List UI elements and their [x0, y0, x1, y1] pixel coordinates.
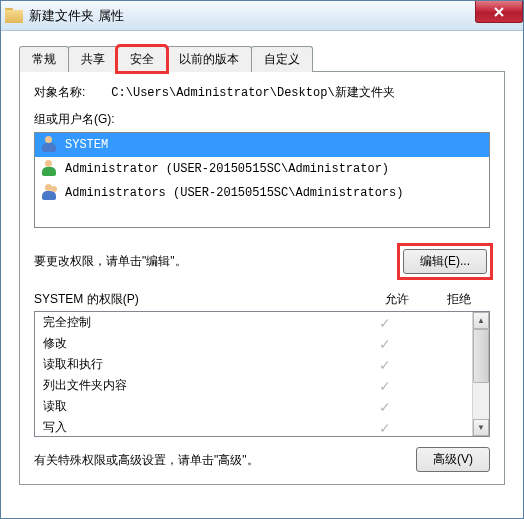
scroll-up-button[interactable]: ▲ — [473, 312, 489, 329]
permissions-subject: SYSTEM 的权限(P) — [34, 291, 366, 308]
check-icon: ✓ — [356, 399, 414, 415]
window-title: 新建文件夹 属性 — [29, 7, 124, 25]
scroll-thumb[interactable] — [473, 329, 489, 383]
edit-hint-text: 要更改权限，请单击"编辑"。 — [34, 253, 187, 270]
groups-label: 组或用户名(G): — [34, 111, 490, 128]
tab-sharing[interactable]: 共享 — [68, 46, 118, 72]
tab-custom[interactable]: 自定义 — [251, 46, 313, 72]
edit-row: 要更改权限，请单击"编辑"。 编辑(E)... — [34, 246, 490, 277]
object-label: 对象名称: — [34, 84, 85, 101]
tab-security[interactable]: 安全 — [117, 46, 167, 72]
check-icon: ✓ — [356, 336, 414, 352]
permission-name: 读取 — [43, 398, 356, 415]
column-deny: 拒绝 — [428, 291, 490, 308]
permission-name: 列出文件夹内容 — [43, 377, 356, 394]
permission-row: 列出文件夹内容 ✓ — [35, 375, 472, 396]
column-allow: 允许 — [366, 291, 428, 308]
advanced-button[interactable]: 高级(V) — [416, 447, 490, 472]
permissions-list[interactable]: 完全控制 ✓ 修改 ✓ 读取和执行 ✓ 列出文 — [35, 312, 472, 436]
permission-row: 写入 ✓ — [35, 417, 472, 436]
list-item[interactable]: Administrator (USER-20150515SC\Administr… — [35, 157, 489, 181]
groups-listbox[interactable]: SYSTEM Administrator (USER-20150515SC\Ad… — [34, 132, 490, 228]
permission-name: 读取和执行 — [43, 356, 356, 373]
check-icon: ✓ — [356, 378, 414, 394]
scrollbar[interactable]: ▲ ▼ — [472, 312, 489, 436]
list-item[interactable]: Administrators (USER-20150515SC\Administ… — [35, 181, 489, 205]
scroll-track[interactable] — [473, 329, 489, 419]
tab-general[interactable]: 常规 — [19, 46, 69, 72]
permissions-header: SYSTEM 的权限(P) 允许 拒绝 — [34, 291, 490, 308]
tab-previous-versions[interactable]: 以前的版本 — [166, 46, 252, 72]
titlebar: 新建文件夹 属性 — [1, 1, 523, 31]
edit-button-highlight: 编辑(E)... — [400, 246, 490, 277]
folder-icon — [5, 8, 23, 23]
security-panel: 对象名称: C:\Users\Administrator\Desktop\新建文… — [19, 72, 505, 485]
close-button[interactable] — [475, 1, 523, 23]
user-icon — [41, 136, 59, 154]
permission-name: 完全控制 — [43, 314, 356, 331]
content-area: 常规 共享 安全 以前的版本 自定义 对象名称: C:\Users\Admini… — [1, 31, 523, 493]
permission-name: 修改 — [43, 335, 356, 352]
edit-button[interactable]: 编辑(E)... — [403, 249, 487, 274]
list-item-label: Administrator (USER-20150515SC\Administr… — [65, 162, 389, 176]
permission-row: 修改 ✓ — [35, 333, 472, 354]
advanced-hint-text: 有关特殊权限或高级设置，请单击"高级"。 — [34, 451, 259, 469]
advanced-row: 有关特殊权限或高级设置，请单击"高级"。 高级(V) — [34, 447, 490, 472]
check-icon: ✓ — [356, 315, 414, 331]
permission-name: 写入 — [43, 419, 356, 436]
list-item[interactable]: SYSTEM — [35, 133, 489, 157]
object-row: 对象名称: C:\Users\Administrator\Desktop\新建文… — [34, 84, 490, 101]
list-item-label: SYSTEM — [65, 138, 108, 152]
arrow-up-icon: ▲ — [477, 316, 485, 325]
object-path: C:\Users\Administrator\Desktop\新建文件夹 — [111, 84, 394, 101]
tab-strip: 常规 共享 安全 以前的版本 自定义 — [19, 45, 505, 72]
list-item-label: Administrators (USER-20150515SC\Administ… — [65, 186, 403, 200]
user-icon — [41, 160, 59, 178]
permission-row: 读取和执行 ✓ — [35, 354, 472, 375]
permissions-box: 完全控制 ✓ 修改 ✓ 读取和执行 ✓ 列出文 — [34, 311, 490, 437]
arrow-down-icon: ▼ — [477, 423, 485, 432]
permission-row: 完全控制 ✓ — [35, 312, 472, 333]
properties-window: 新建文件夹 属性 常规 共享 安全 以前的版本 自定义 对象名称: C:\Use… — [0, 0, 524, 519]
users-icon — [41, 184, 59, 202]
scroll-down-button[interactable]: ▼ — [473, 419, 489, 436]
close-icon — [493, 7, 505, 17]
check-icon: ✓ — [356, 420, 414, 436]
permission-row: 读取 ✓ — [35, 396, 472, 417]
check-icon: ✓ — [356, 357, 414, 373]
